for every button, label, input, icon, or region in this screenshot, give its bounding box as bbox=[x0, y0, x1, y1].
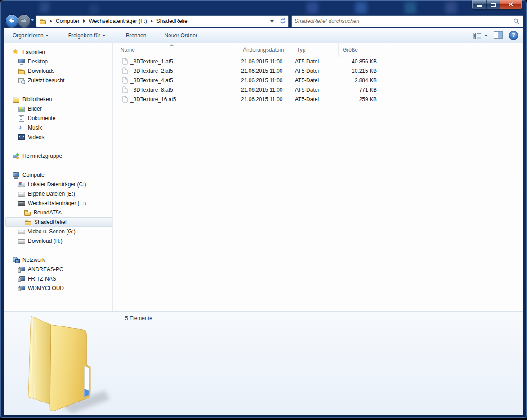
removable-drive-icon bbox=[18, 200, 25, 207]
file-row[interactable]: _3DTexture_16.at5 21.06.2015 11:00 AT5-D… bbox=[113, 94, 523, 104]
share-menu-button[interactable]: Freigeben für bbox=[65, 31, 109, 40]
address-bar[interactable]: Computer Wechseldatenträger (F:) ShadedR… bbox=[36, 15, 289, 27]
address-dropdown-button[interactable] bbox=[267, 16, 277, 27]
preview-pane-icon bbox=[494, 31, 503, 39]
file-size: 771 KB bbox=[339, 87, 380, 93]
sidebar-item-shadedrelief[interactable]: ShadedRelief bbox=[5, 217, 112, 227]
maximize-button[interactable] bbox=[487, 0, 500, 9]
sidebar-label: Bibliotheken bbox=[22, 96, 52, 103]
windows-drive-icon bbox=[18, 181, 25, 188]
preview-pane-button[interactable] bbox=[494, 31, 503, 40]
glass-reflection bbox=[405, 2, 416, 13]
recent-pages-dropdown[interactable] bbox=[31, 19, 34, 21]
sidebar-item-bilder[interactable]: Bilder bbox=[4, 104, 112, 113]
file-row[interactable]: _3DTexture_8.at5 21.06.2015 11:00 AT5-Da… bbox=[113, 85, 523, 94]
glass-reflection bbox=[445, 2, 457, 13]
new-folder-button[interactable]: Neuer Ordner bbox=[161, 31, 201, 40]
computer-icon bbox=[13, 171, 20, 179]
sidebar-label: Musik bbox=[28, 125, 42, 131]
sidebar-item-downloads[interactable]: ↓ Downloads bbox=[4, 66, 112, 76]
sidebar-label: ShadedRelief bbox=[34, 219, 67, 225]
file-type: AT5-Datei bbox=[293, 77, 339, 84]
sidebar-label: Bilder bbox=[28, 106, 42, 112]
file-row[interactable]: _3DTexture_4.at5 21.06.2015 11:00 AT5-Da… bbox=[113, 76, 523, 85]
forward-button[interactable] bbox=[18, 14, 31, 27]
glass-reflection bbox=[307, 2, 318, 13]
back-button[interactable] bbox=[5, 14, 18, 27]
drive-icon bbox=[18, 228, 25, 235]
sidebar-item-drive-h[interactable]: Download (H:) bbox=[4, 236, 112, 246]
file-size: 10.215 KB bbox=[339, 68, 380, 74]
download-arrow-icon: ↓ bbox=[24, 71, 26, 76]
details-pane: 5 Elemente bbox=[4, 311, 523, 415]
file-row[interactable]: _3DTexture_2.at5 21.06.2015 11:00 AT5-Da… bbox=[113, 66, 523, 76]
organize-menu-button[interactable]: Organisieren bbox=[9, 31, 52, 40]
sidebar-item-boundat5s[interactable]: BoundAT5s bbox=[4, 208, 112, 217]
share-label: Freigeben für bbox=[68, 32, 100, 39]
sidebar-item-computer[interactable]: Computer bbox=[4, 170, 112, 179]
file-name: _3DTexture_16.at5 bbox=[130, 96, 176, 103]
sidebar-item-drive-g[interactable]: Video u. Serien (G:) bbox=[4, 227, 112, 236]
breadcrumb-item-drive-f[interactable]: Wechseldatenträger (F:) bbox=[89, 18, 147, 24]
refresh-button[interactable] bbox=[277, 16, 288, 27]
list-header: Name Änderungsdatum Typ Größe bbox=[113, 43, 523, 57]
glass-reflection bbox=[89, 4, 99, 14]
file-row[interactable]: _3DTexture_1.at5 21.06.2015 11:00 AT5-Da… bbox=[113, 57, 523, 66]
pictures-icon bbox=[18, 105, 25, 112]
minimize-button[interactable] bbox=[473, 0, 487, 9]
burn-button[interactable]: Brennen bbox=[122, 31, 150, 40]
sidebar-label: FRITZ-NAS bbox=[28, 276, 56, 282]
search-icon bbox=[514, 18, 519, 24]
sidebar-item-desktop[interactable]: Desktop bbox=[4, 57, 112, 66]
sidebar-label: Video u. Serien (G:) bbox=[28, 228, 76, 235]
search-box bbox=[291, 15, 523, 27]
address-folder-icon bbox=[39, 18, 46, 25]
new-folder-label: Neuer Ordner bbox=[164, 32, 197, 39]
sidebar-item-fritz-nas[interactable]: FRITZ-NAS bbox=[4, 274, 112, 283]
sidebar-item-videos[interactable]: Videos bbox=[4, 132, 112, 142]
breadcrumb-item-shadedrelief[interactable]: ShadedRelief bbox=[156, 18, 189, 24]
sidebar-label: Netzwerk bbox=[22, 257, 45, 263]
file-size: 40.856 KB bbox=[339, 58, 380, 65]
column-header-type[interactable]: Typ bbox=[293, 43, 339, 57]
help-button[interactable]: ? bbox=[509, 31, 518, 40]
minimize-icon bbox=[477, 5, 482, 7]
network-icon bbox=[13, 256, 20, 264]
organize-label: Organisieren bbox=[13, 32, 44, 39]
sidebar-item-favoriten[interactable]: Favoriten bbox=[4, 47, 112, 57]
change-view-button[interactable] bbox=[473, 32, 487, 39]
sidebar-label: Lokaler Datenträger (C:) bbox=[28, 181, 86, 188]
file-icon bbox=[122, 86, 128, 93]
close-button[interactable] bbox=[500, 0, 521, 9]
column-header-date[interactable]: Änderungsdatum bbox=[239, 43, 293, 57]
forward-arrow-icon bbox=[20, 18, 27, 24]
sidebar-item-dokumente[interactable]: Dokumente bbox=[4, 113, 112, 123]
desktop-icon bbox=[18, 58, 25, 65]
search-input[interactable] bbox=[292, 18, 514, 24]
sidebar-item-andreas-pc[interactable]: ANDREAS-PC bbox=[4, 264, 112, 274]
file-rows: _3DTexture_1.at5 21.06.2015 11:00 AT5-Da… bbox=[113, 57, 523, 104]
chevron-down-icon bbox=[46, 35, 49, 36]
sidebar-label: Eigene Dateien (E:) bbox=[28, 191, 75, 197]
sidebar-label: Videos bbox=[28, 134, 44, 140]
sidebar-item-wdmycloud[interactable]: WDMYCLOUD bbox=[4, 283, 112, 293]
breadcrumb-item-computer[interactable]: Computer bbox=[56, 18, 80, 24]
sidebar-item-zuletzt-besucht[interactable]: Zuletzt besucht bbox=[4, 76, 112, 85]
file-type: AT5-Datei bbox=[293, 58, 339, 65]
sidebar-item-drive-f[interactable]: Wechseldatenträger (F:) bbox=[4, 198, 112, 208]
star-icon bbox=[13, 49, 20, 56]
column-header-name[interactable]: Name bbox=[113, 43, 239, 57]
music-icon bbox=[18, 124, 25, 131]
sidebar-label: Computer bbox=[22, 172, 46, 178]
sidebar-item-drive-c[interactable]: Lokaler Datenträger (C:) bbox=[4, 179, 112, 189]
glass-reflection bbox=[40, 2, 49, 13]
back-arrow-icon bbox=[8, 18, 15, 24]
sidebar-item-musik[interactable]: Musik bbox=[4, 123, 112, 132]
sidebar-label: BoundAT5s bbox=[34, 210, 62, 216]
sidebar-item-heimnetzgruppe[interactable]: Heimnetzgruppe bbox=[4, 151, 112, 161]
column-header-size[interactable]: Größe bbox=[339, 43, 380, 57]
sidebar-item-bibliotheken[interactable]: Bibliotheken bbox=[4, 94, 112, 104]
sidebar-item-drive-e[interactable]: Eigene Dateien (E:) bbox=[4, 189, 112, 198]
sidebar-item-netzwerk[interactable]: Netzwerk bbox=[4, 255, 112, 264]
big-folder-icon bbox=[16, 313, 113, 414]
